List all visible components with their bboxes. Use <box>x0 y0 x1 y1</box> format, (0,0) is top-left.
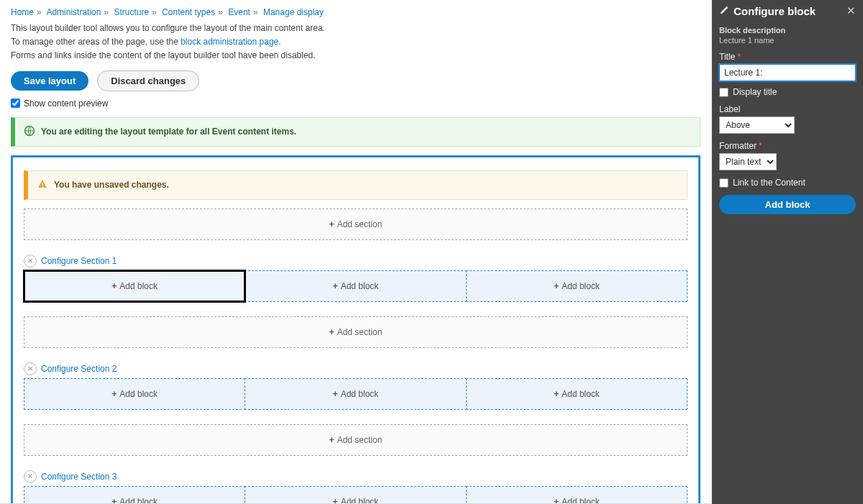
add-block-s3c3[interactable]: +Add block <box>466 486 688 504</box>
svg-rect-1 <box>42 183 42 185</box>
section-1-header: ✕ Configure Section 1 <box>24 255 688 267</box>
close-icon[interactable]: ✕ <box>846 4 856 17</box>
plus-icon: + <box>333 281 338 291</box>
add-section-label: Add section <box>337 219 383 229</box>
plus-icon: + <box>554 497 559 504</box>
add-section-label: Add section <box>337 327 383 337</box>
action-row: Save layout Discard changes <box>11 70 700 91</box>
add-section-label: Add section <box>337 435 383 445</box>
add-block-s1c3[interactable]: +Add block <box>466 270 688 302</box>
add-block-label: Add block <box>562 497 600 504</box>
sidebar-title: Configure block <box>719 5 816 17</box>
plus-icon: + <box>333 497 338 504</box>
section-2-row: +Add block +Add block +Add block <box>24 378 688 410</box>
formatter-label-text: Formatter <box>719 141 757 151</box>
save-layout-button[interactable]: Save layout <box>11 71 88 91</box>
add-block-submit-button[interactable]: Add block <box>719 195 856 214</box>
add-block-s2c3[interactable]: +Add block <box>466 378 688 410</box>
intro-line1: This layout builder tool allows you to c… <box>11 22 700 35</box>
configure-section-2-link[interactable]: Configure Section 2 <box>41 364 117 374</box>
discard-changes-button[interactable]: Discard changes <box>97 70 199 91</box>
info-message: You are editing the layout template for … <box>11 117 700 147</box>
breadcrumb: Home» Administration» Structure» Content… <box>11 7 700 17</box>
add-block-label: Add block <box>119 389 157 399</box>
plus-icon: + <box>111 281 117 291</box>
crumb-manage-display[interactable]: Manage display <box>263 7 324 17</box>
plus-icon: + <box>111 497 117 504</box>
add-section-1[interactable]: +Add section <box>24 209 688 240</box>
add-block-s1c2[interactable]: +Add block <box>245 270 466 302</box>
intro-line3: Forms and links inside the content of th… <box>11 49 700 63</box>
info-message-text: You are editing the layout template for … <box>41 127 296 137</box>
section-3-header: ✕ Configure Section 3 <box>24 470 688 483</box>
plus-icon: + <box>329 327 334 337</box>
title-label-text: Title <box>719 52 735 62</box>
add-block-s2c1[interactable]: +Add block <box>24 378 245 410</box>
warning-message-text: You have unsaved changes. <box>54 180 169 190</box>
display-title-checkbox[interactable] <box>719 88 729 97</box>
intro-text: This layout builder tool allows you to c… <box>11 22 700 63</box>
crumb-structure[interactable]: Structure <box>114 7 149 17</box>
sidebar-body: Block description Lecture 1 name Title* … <box>712 22 863 219</box>
show-preview-checkbox[interactable] <box>11 98 20 108</box>
link-content-label: Link to the Content <box>733 178 805 188</box>
add-block-label: Add block <box>341 281 379 291</box>
formatter-field-label: Formatter* <box>719 141 856 151</box>
formatter-select[interactable]: Plain text <box>719 153 777 170</box>
plus-icon: + <box>111 389 117 399</box>
intro-line2b: . <box>278 37 280 47</box>
add-block-s3c2[interactable]: +Add block <box>245 486 466 504</box>
add-block-s1c1[interactable]: +Add block <box>24 270 245 302</box>
configure-block-sidebar: Configure block ✕ Block description Lect… <box>712 0 863 504</box>
pencil-icon <box>719 5 729 17</box>
sidebar-header: Configure block ✕ <box>712 0 863 22</box>
add-block-label: Add block <box>341 497 379 504</box>
svg-rect-2 <box>42 186 42 187</box>
add-section-3[interactable]: +Add section <box>24 424 688 456</box>
block-admin-link[interactable]: block administration page <box>181 37 278 47</box>
add-block-label: Add block <box>119 497 157 504</box>
configure-section-3-link[interactable]: Configure Section 3 <box>41 472 117 482</box>
layout-frame: You have unsaved changes. +Add section ✕… <box>11 155 700 504</box>
crumb-event[interactable]: Event <box>228 7 250 17</box>
plus-icon: + <box>333 389 338 399</box>
main-content: Home» Administration» Structure» Content… <box>0 0 712 504</box>
label-select[interactable]: Above <box>719 116 795 134</box>
add-block-label: Add block <box>341 389 379 399</box>
title-input[interactable] <box>719 64 856 81</box>
add-block-label: Add block <box>562 281 600 291</box>
display-title-label: Display title <box>733 87 777 97</box>
add-block-label: Add block <box>562 389 600 399</box>
section-2-header: ✕ Configure Section 2 <box>24 362 688 375</box>
warning-message: You have unsaved changes. <box>24 170 688 200</box>
remove-section-1-button[interactable]: ✕ <box>24 255 37 267</box>
link-content-checkbox[interactable] <box>719 178 729 188</box>
crumb-content-types[interactable]: Content types <box>162 7 215 17</box>
display-title-toggle[interactable]: Display title <box>719 87 856 97</box>
link-content-toggle[interactable]: Link to the Content <box>719 178 856 188</box>
section-1-row: +Add block +Add block +Add block <box>24 270 688 302</box>
show-preview-toggle[interactable]: Show content preview <box>11 98 700 109</box>
warning-icon <box>37 178 48 192</box>
plus-icon: + <box>329 219 334 229</box>
section-3-row: +Add block +Add block +Add block <box>24 486 688 504</box>
label-field-label: Label <box>719 104 856 114</box>
required-marker: * <box>737 52 741 62</box>
plus-icon: + <box>554 389 559 399</box>
remove-section-3-button[interactable]: ✕ <box>24 470 37 483</box>
remove-section-2-button[interactable]: ✕ <box>24 362 37 375</box>
intro-line2: To manage other areas of the page, use t… <box>11 35 700 49</box>
block-description-label: Block description <box>719 26 856 35</box>
crumb-administration[interactable]: Administration <box>46 7 101 17</box>
intro-line2a: To manage other areas of the page, use t… <box>11 37 181 47</box>
add-section-2[interactable]: +Add section <box>24 316 688 348</box>
block-description-value: Lecture 1 name <box>719 36 856 45</box>
show-preview-label: Show content preview <box>24 98 108 109</box>
crumb-home[interactable]: Home <box>11 7 34 17</box>
add-block-label: Add block <box>119 281 157 291</box>
add-block-s3c1[interactable]: +Add block <box>24 486 245 504</box>
configure-section-1-link[interactable]: Configure Section 1 <box>41 256 117 266</box>
sidebar-title-text: Configure block <box>734 5 816 17</box>
required-marker: * <box>759 141 762 151</box>
add-block-s2c2[interactable]: +Add block <box>245 378 466 410</box>
